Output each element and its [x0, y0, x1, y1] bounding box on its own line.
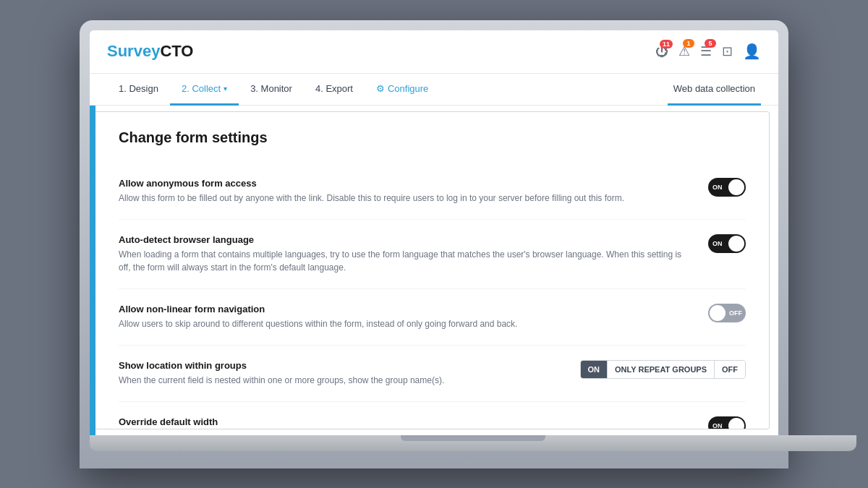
tabbar: 1. Design 2. Collect ▾ 3. Monitor 4. Exp… [90, 74, 778, 106]
main-content: Change form settings Allow anonymous for… [90, 106, 778, 435]
setting-row-non-linear: Allow non-linear form navigation Allow u… [119, 289, 746, 346]
setting-row-override-width: Override default width Change the defaul… [119, 402, 746, 429]
toggle-non-linear-knob [710, 305, 726, 321]
toggle-override-width-knob [728, 418, 744, 429]
laptop-base [90, 435, 856, 451]
page-title: Change form settings [119, 129, 746, 146]
power-badge: 11 [660, 40, 673, 48]
laptop-screen: SurveyCTO ⏻ 11 ⚠ 1 ☰ 5 [90, 30, 778, 435]
toggle-auto-detect-label: ON [712, 240, 723, 247]
setting-control-anonymous: ON [708, 178, 746, 197]
toggle-anonymous-knob [728, 179, 744, 195]
setting-control-auto-detect: ON [708, 234, 746, 253]
setting-title-override-width: Override default width [119, 416, 691, 427]
logo: SurveyCTO [107, 42, 193, 61]
location-btn-on[interactable]: ON [581, 361, 608, 378]
setting-desc-anonymous: Allow this form to be filled out by anyo… [119, 192, 691, 205]
setting-control-override-width: ON [708, 416, 746, 429]
setting-desc-auto-detect: When loading a form that contains multip… [119, 248, 691, 274]
list-icon-wrap[interactable]: ☰ 5 [700, 43, 712, 59]
laptop-shell: SurveyCTO ⏻ 11 ⚠ 1 ☰ 5 [80, 20, 788, 468]
setting-row-auto-detect: Auto-detect browser language When loadin… [119, 220, 746, 289]
web-data-collection-label: Web data collection [673, 83, 755, 94]
toggle-auto-detect[interactable]: ON [708, 234, 746, 253]
setting-control-location: ON ONLY REPEAT GROUPS OFF [580, 360, 746, 379]
user-icon-wrap[interactable]: 👤 [743, 43, 761, 60]
tab-monitor-label: 3. Monitor [250, 83, 292, 94]
tab-export-label: 4. Export [315, 83, 353, 94]
help-icon-wrap[interactable]: ⊡ [722, 43, 733, 59]
setting-text-override-width: Override default width Change the defaul… [119, 416, 691, 429]
tab-collect-label: 2. Collect [182, 83, 221, 94]
sidebar-strip [90, 106, 95, 435]
setting-row-anonymous-access: Allow anonymous form access Allow this f… [119, 163, 746, 220]
toggle-anonymous[interactable]: ON [708, 178, 746, 197]
location-btn-repeat[interactable]: ONLY REPEAT GROUPS [608, 361, 715, 378]
tab-monitor[interactable]: 3. Monitor [239, 74, 304, 106]
web-data-collection-tab[interactable]: Web data collection [668, 74, 761, 106]
toggle-override-width[interactable]: ON [708, 416, 746, 429]
logo-survey: Survey [107, 42, 160, 60]
setting-text-location: Show location within groups When the cur… [119, 360, 563, 387]
setting-text-anonymous: Allow anonymous form access Allow this f… [119, 178, 691, 205]
tab-export[interactable]: 4. Export [304, 74, 365, 106]
setting-row-location: Show location within groups When the cur… [119, 346, 746, 402]
setting-title-anonymous: Allow anonymous form access [119, 178, 691, 189]
setting-text-non-linear: Allow non-linear form navigation Allow u… [119, 304, 691, 330]
tab-design[interactable]: 1. Design [107, 74, 170, 106]
setting-control-non-linear: OFF [708, 304, 746, 322]
nav-icons: ⏻ 11 ⚠ 1 ☰ 5 ⊡ 👤 [655, 43, 761, 60]
location-btn-off[interactable]: OFF [715, 361, 745, 378]
setting-title-non-linear: Allow non-linear form navigation [119, 304, 691, 314]
toggle-auto-detect-knob [728, 236, 744, 252]
help-icon: ⊡ [722, 44, 733, 59]
toggle-anonymous-label: ON [712, 184, 723, 191]
power-icon-wrap[interactable]: ⏻ 11 [655, 44, 668, 59]
logo-cto: CTO [160, 42, 193, 60]
setting-title-auto-detect: Auto-detect browser language [119, 234, 691, 245]
alert-icon-wrap[interactable]: ⚠ 1 [678, 43, 690, 59]
setting-desc-non-linear: Allow users to skip around to different … [119, 317, 691, 330]
toggle-override-width-label: ON [712, 422, 723, 429]
tab-collect[interactable]: 2. Collect ▾ [170, 74, 239, 106]
content-area: Change form settings Allow anonymous for… [95, 111, 770, 429]
gear-icon: ⚙ [376, 83, 385, 94]
user-icon: 👤 [743, 43, 761, 59]
app-container: SurveyCTO ⏻ 11 ⚠ 1 ☰ 5 [90, 30, 778, 435]
tab-configure[interactable]: ⚙ Configure [365, 74, 440, 106]
navbar: SurveyCTO ⏻ 11 ⚠ 1 ☰ 5 [90, 30, 778, 74]
tab-configure-label: Configure [388, 83, 428, 94]
setting-title-location: Show location within groups [119, 360, 563, 371]
toggle-non-linear[interactable]: OFF [708, 304, 746, 322]
alert-badge: 1 [683, 39, 694, 48]
collect-arrow-icon: ▾ [224, 85, 227, 93]
setting-desc-location: When the current field is nested within … [119, 374, 563, 387]
setting-text-auto-detect: Auto-detect browser language When loadin… [119, 234, 691, 274]
location-btn-group: ON ONLY REPEAT GROUPS OFF [580, 360, 746, 379]
tab-design-label: 1. Design [119, 83, 158, 94]
toggle-non-linear-label: OFF [729, 309, 742, 317]
list-badge: 5 [705, 39, 716, 48]
